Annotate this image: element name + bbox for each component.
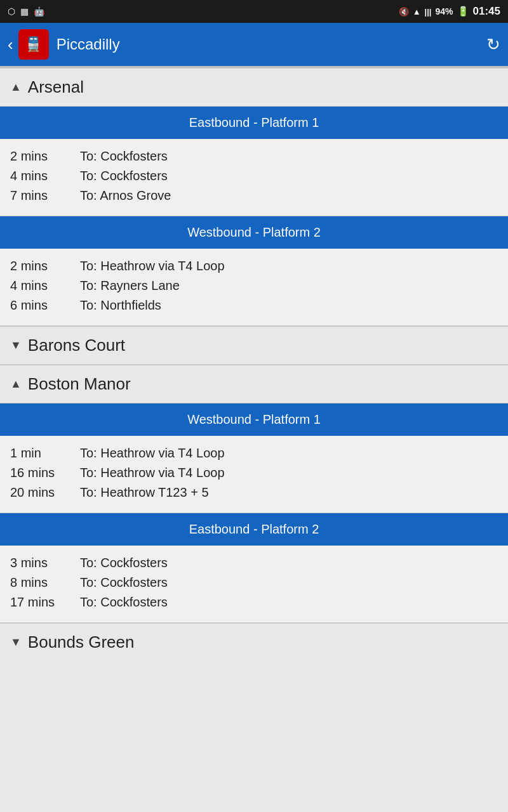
train-entry: 6 mins To: Northfields <box>10 296 498 315</box>
station-name-partial: Bounds Green <box>28 632 135 652</box>
trains-arsenal-east: 2 mins To: Cockfosters 4 mins To: Cockfo… <box>0 139 508 216</box>
train-entry: 4 mins To: Cockfosters <box>10 166 498 186</box>
chevron-barons-court-icon: ▼ <box>10 339 22 352</box>
trains-boston-east: 3 mins To: Cockfosters 8 mins To: Cockfo… <box>0 546 508 623</box>
chevron-arsenal-icon: ▲ <box>10 81 22 94</box>
chevron-partial-icon: ▼ <box>10 636 22 649</box>
platform-header-boston-west: Westbound - Platform 1 <box>0 403 508 436</box>
train-entry: 16 mins To: Heathrow via T4 Loop <box>10 463 498 483</box>
train-entry: 7 mins To: Arnos Grove <box>10 186 498 206</box>
sim-icon: ▦ <box>20 6 29 16</box>
train-destination: To: Cockfosters <box>80 556 168 570</box>
refresh-button[interactable]: ↻ <box>486 35 500 55</box>
train-time: 2 mins <box>10 149 80 164</box>
android-icon: 🤖 <box>34 6 44 16</box>
train-time: 4 mins <box>10 169 80 183</box>
train-destination: To: Heathrow via T4 Loop <box>80 466 225 480</box>
platform-header-arsenal-west: Westbound - Platform 2 <box>0 216 508 249</box>
train-time: 1 min <box>10 446 80 461</box>
train-entry: 17 mins To: Cockfosters <box>10 593 498 612</box>
train-time: 2 mins <box>10 259 80 273</box>
train-time: 16 mins <box>10 466 80 480</box>
train-destination: To: Cockfosters <box>80 595 168 610</box>
status-bar: ⬡ ▦ 🤖 🔇 ▲ ||| 94% 🔋 01:45 <box>0 0 508 23</box>
train-entry: 3 mins To: Cockfosters <box>10 553 498 573</box>
train-destination: To: Cockfosters <box>80 575 168 590</box>
platform-header-arsenal-east: Eastbound - Platform 1 <box>0 107 508 139</box>
status-left-icons: ⬡ ▦ 🤖 <box>8 6 44 16</box>
train-time: 20 mins <box>10 485 80 500</box>
train-destination: To: Rayners Lane <box>80 278 180 293</box>
time-display: 01:45 <box>473 5 500 18</box>
train-entry: 2 mins To: Heathrow via T4 Loop <box>10 256 498 276</box>
train-destination: To: Cockfosters <box>80 169 168 183</box>
network-icon: ||| <box>425 7 432 16</box>
train-destination: To: Heathrow via T4 Loop <box>80 446 225 461</box>
station-header-partial[interactable]: ▼ Bounds Green <box>0 623 508 661</box>
train-entry: 4 mins To: Rayners Lane <box>10 276 498 296</box>
battery-icon: 🔋 <box>457 6 469 17</box>
station-header-boston-manor[interactable]: ▲ Boston Manor <box>0 365 508 403</box>
app-bar-title: Piccadilly <box>57 36 486 53</box>
station-name-boston-manor: Boston Manor <box>28 374 131 394</box>
station-section-boston-manor: ▲ Boston Manor Westbound - Platform 1 1 … <box>0 365 508 623</box>
chevron-boston-manor-icon: ▲ <box>10 377 22 391</box>
train-destination: To: Arnos Grove <box>80 188 171 203</box>
station-header-barons-court[interactable]: ▼ Barons Court <box>0 326 508 365</box>
bluetooth-icon: ⬡ <box>8 6 15 16</box>
back-button[interactable]: ‹ <box>8 35 13 55</box>
train-entry: 2 mins To: Cockfosters <box>10 147 498 166</box>
train-time: 7 mins <box>10 188 80 203</box>
battery-percent: 94% <box>435 6 453 16</box>
train-entry: 20 mins To: Heathrow T123 + 5 <box>10 483 498 502</box>
train-icon: 🚆 <box>25 36 42 53</box>
status-right-icons: 🔇 ▲ ||| 94% 🔋 01:45 <box>399 5 500 18</box>
train-entry: 8 mins To: Cockfosters <box>10 573 498 593</box>
station-name-barons-court: Barons Court <box>28 336 125 355</box>
station-section-barons-court: ▼ Barons Court <box>0 326 508 365</box>
wifi-icon: ▲ <box>413 7 421 16</box>
train-time: 3 mins <box>10 556 80 570</box>
station-section-arsenal: ▲ Arsenal Eastbound - Platform 1 2 mins … <box>0 68 508 326</box>
train-time: 4 mins <box>10 278 80 293</box>
trains-arsenal-west: 2 mins To: Heathrow via T4 Loop 4 mins T… <box>0 249 508 326</box>
train-destination: To: Heathrow via T4 Loop <box>80 259 225 273</box>
train-destination: To: Cockfosters <box>80 149 168 164</box>
app-bar: ‹ 🚆 Piccadilly ↻ <box>0 23 508 66</box>
train-time: 6 mins <box>10 298 80 313</box>
signal-bars-icon: 🔇 <box>399 7 409 16</box>
trains-boston-west: 1 min To: Heathrow via T4 Loop 16 mins T… <box>0 436 508 513</box>
station-name-arsenal: Arsenal <box>28 77 84 97</box>
train-entry: 1 min To: Heathrow via T4 Loop <box>10 443 498 463</box>
station-header-arsenal[interactable]: ▲ Arsenal <box>0 68 508 107</box>
train-time: 17 mins <box>10 595 80 610</box>
train-destination: To: Northfields <box>80 298 161 313</box>
train-time: 8 mins <box>10 575 80 590</box>
platform-header-boston-east: Eastbound - Platform 2 <box>0 513 508 546</box>
train-destination: To: Heathrow T123 + 5 <box>80 485 209 500</box>
app-icon: 🚆 <box>18 29 49 60</box>
